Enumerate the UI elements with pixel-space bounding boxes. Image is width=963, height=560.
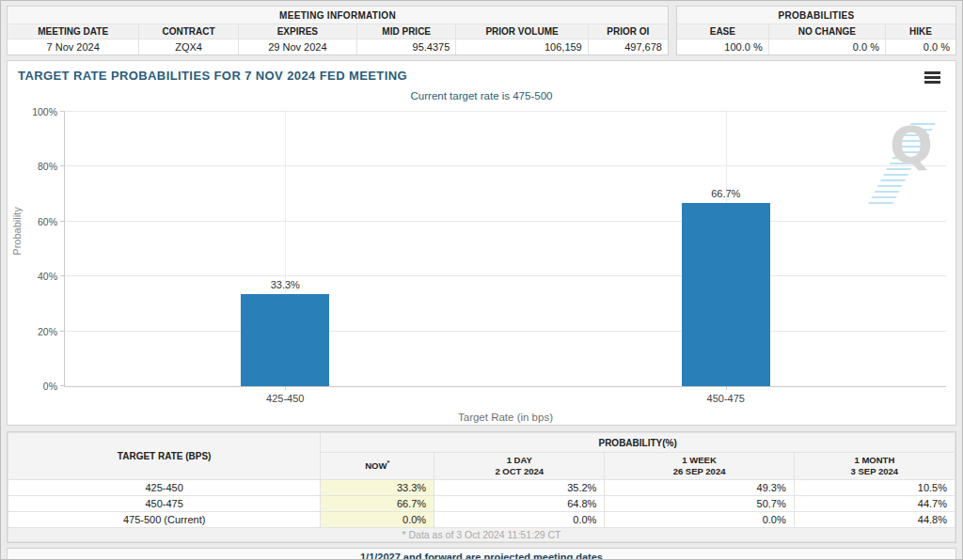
mid-price-header: MID PRICE <box>357 24 456 39</box>
now-cell: 33.3% <box>321 480 434 496</box>
one-day-cell: 35.2% <box>434 480 605 496</box>
chart-subtitle: Current target rate is 475-500 <box>8 90 955 101</box>
no-change-value: 0.0 % <box>769 39 886 54</box>
y-axis-label-20: 20% <box>12 326 57 337</box>
one-month-label: 1 MONTH <box>855 455 895 465</box>
x-axis-title: Target Rate (in bps) <box>65 412 946 423</box>
ease-value: 100.0 % <box>677 39 769 54</box>
y-tick-100 <box>60 111 65 112</box>
contract-header: CONTRACT <box>139 24 238 39</box>
meeting-date-header: MEETING DATE <box>8 24 139 39</box>
y-tick-20 <box>60 331 65 332</box>
rate-cell: 425-450 <box>8 480 321 496</box>
chart-title: TARGET RATE PROBABILITIES FOR 7 NOV 2024… <box>18 69 407 83</box>
meeting-date-value: 7 Nov 2024 <box>8 39 139 54</box>
plot-area: 0% 20% 40% 60% 80% 100% Q 33.3% 66.7% 42… <box>64 112 946 387</box>
gridline-20 <box>65 331 946 332</box>
contract-value: ZQX4 <box>139 39 238 54</box>
quikstrike-watermark-icon: Q <box>890 116 933 175</box>
y-axis-label-0: 0% <box>12 381 57 392</box>
data-as-of-footnote: * Data as of 3 Oct 2024 11:51:29 CT <box>8 528 955 542</box>
expires-header: EXPIRES <box>239 24 357 39</box>
y-axis-label-40: 40% <box>12 271 57 282</box>
x-tick-2 <box>726 386 727 390</box>
probabilities-values: 100.0 % 0.0 % 0.0 % <box>677 39 955 54</box>
y-tick-60 <box>60 221 65 222</box>
rate-cell: 450-475 <box>8 496 321 512</box>
y-axis-title: Probability <box>11 194 23 269</box>
one-week-header: 1 WEEK26 SEP 2024 <box>605 453 794 480</box>
y-axis-label-100: 100% <box>12 106 57 117</box>
one-week-cell: 50.7% <box>605 496 794 512</box>
now-cell: 66.7% <box>321 496 434 512</box>
hike-value: 0.0 % <box>886 39 955 54</box>
probabilities-panel: PROBABILITIES EASE NO CHANGE HIKE 100.0 … <box>676 6 956 55</box>
bar-value-label: 33.3% <box>241 279 329 290</box>
now-cell: 0.0% <box>321 512 434 528</box>
y-axis-label-80: 80% <box>12 161 57 172</box>
prior-volume-value: 106,159 <box>456 39 588 54</box>
prior-oi-value: 497,678 <box>589 39 668 54</box>
hamburger-menu-icon[interactable] <box>924 71 940 86</box>
one-day-label: 1 DAY <box>507 455 532 465</box>
one-week-date: 26 SEP 2024 <box>605 466 793 477</box>
table-footnote-row: * Data as of 3 Oct 2024 11:51:29 CT <box>8 528 955 542</box>
hike-header: HIKE <box>886 24 955 39</box>
projected-dates-note: 1/1/2027 and forward are projected meeti… <box>7 548 956 560</box>
expires-value: 29 Nov 2024 <box>239 39 357 54</box>
probability-group-header: PROBABILITY(%) <box>321 433 955 453</box>
x-category-label-2: 450-475 <box>707 393 745 404</box>
ease-header: EASE <box>677 24 769 39</box>
one-month-cell: 44.8% <box>794 512 955 528</box>
one-month-date: 3 SEP 2024 <box>795 466 955 477</box>
top-summary-row: MEETING INFORMATION MEETING DATE CONTRAC… <box>7 6 956 55</box>
one-month-cell: 10.5% <box>794 480 955 496</box>
prior-oi-header: PRIOR OI <box>589 24 668 39</box>
bar-value-label: 66.7% <box>682 188 770 199</box>
one-day-cell: 64.8% <box>434 496 605 512</box>
one-week-cell: 0.0% <box>605 512 794 528</box>
probabilities-headers: EASE NO CHANGE HIKE <box>677 24 955 39</box>
prior-volume-header: PRIOR VOLUME <box>456 24 588 39</box>
gridline-80 <box>65 165 946 166</box>
meeting-information-headers: MEETING DATE CONTRACT EXPIRES MID PRICE … <box>8 24 668 39</box>
target-rate-bps-header: TARGET RATE (BPS) <box>8 433 321 480</box>
one-day-date: 2 OCT 2024 <box>434 466 604 477</box>
probability-history-table-panel: TARGET RATE (BPS) PROBABILITY(%) NOW* 1 … <box>7 431 956 543</box>
now-footnote-marker: * <box>387 459 389 466</box>
one-month-header: 1 MONTH3 SEP 2024 <box>794 453 955 480</box>
probability-bar-425-450[interactable] <box>241 294 329 386</box>
probability-history-table: TARGET RATE (BPS) PROBABILITY(%) NOW* 1 … <box>8 432 955 542</box>
x-tick-1 <box>285 386 286 390</box>
x-category-label-1: 425-450 <box>266 393 304 404</box>
gridline-40 <box>65 275 946 276</box>
table-row: 425-450 33.3% 35.2% 49.3% 10.5% <box>8 480 955 496</box>
meeting-information-title: MEETING INFORMATION <box>8 7 668 24</box>
table-row: 475-500 (Current) 0.0% 0.0% 0.0% 44.8% <box>8 512 955 528</box>
gridline-60 <box>65 221 946 222</box>
bar-group-450-475: 66.7% <box>682 203 770 386</box>
meeting-information-panel: MEETING INFORMATION MEETING DATE CONTRAC… <box>7 6 669 55</box>
one-day-header: 1 DAY2 OCT 2024 <box>434 453 605 480</box>
probabilities-title: PROBABILITIES <box>677 7 955 24</box>
meeting-information-values: 7 Nov 2024 ZQX4 29 Nov 2024 95.4375 106,… <box>8 39 668 54</box>
one-month-cell: 44.7% <box>794 496 955 512</box>
bar-group-425-450: 33.3% <box>241 294 329 386</box>
now-header-label: NOW <box>365 461 387 472</box>
one-day-cell: 0.0% <box>434 512 605 528</box>
probability-bar-450-475[interactable] <box>682 203 770 386</box>
y-tick-0 <box>60 385 65 386</box>
target-rate-chart-panel: TARGET RATE PROBABILITIES FOR 7 NOV 2024… <box>7 60 956 426</box>
now-header: NOW* <box>321 453 434 480</box>
no-change-header: NO CHANGE <box>769 24 886 39</box>
mid-price-value: 95.4375 <box>357 39 456 54</box>
one-week-cell: 49.3% <box>605 480 794 496</box>
one-week-label: 1 WEEK <box>682 455 716 465</box>
y-tick-80 <box>60 165 65 166</box>
rate-cell: 475-500 (Current) <box>8 512 321 528</box>
fedwatch-page: MEETING INFORMATION MEETING DATE CONTRAC… <box>0 0 963 560</box>
gridline-100 <box>65 111 946 112</box>
y-axis-label-60: 60% <box>12 216 57 227</box>
table-row: 450-475 66.7% 64.8% 50.7% 44.7% <box>8 496 955 512</box>
y-tick-40 <box>60 275 65 276</box>
